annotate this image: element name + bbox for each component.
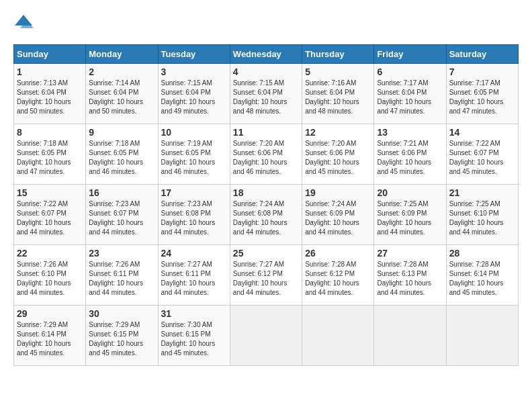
day-number: 29	[17, 308, 83, 319]
calendar-day-cell: 12Sunrise: 7:20 AM Sunset: 6:06 PM Dayli…	[302, 124, 374, 185]
calendar-day-cell	[374, 306, 446, 366]
logo	[13, 13, 36, 38]
calendar-day-cell: 28Sunrise: 7:28 AM Sunset: 6:14 PM Dayli…	[446, 245, 518, 306]
day-info: Sunrise: 7:18 AM Sunset: 6:05 PM Dayligh…	[17, 139, 83, 177]
calendar-day-cell: 19Sunrise: 7:24 AM Sunset: 6:09 PM Dayli…	[302, 185, 374, 245]
day-number: 8	[17, 127, 83, 138]
day-info: Sunrise: 7:22 AM Sunset: 6:07 PM Dayligh…	[17, 199, 83, 237]
day-info: Sunrise: 7:26 AM Sunset: 6:10 PM Dayligh…	[17, 260, 83, 298]
calendar-day-cell	[302, 306, 374, 366]
weekday-header-cell: Saturday	[446, 45, 518, 64]
day-info: Sunrise: 7:25 AM Sunset: 6:09 PM Dayligh…	[377, 199, 443, 237]
day-number: 22	[17, 248, 83, 259]
day-number: 30	[89, 308, 154, 319]
calendar-day-cell: 29Sunrise: 7:29 AM Sunset: 6:14 PM Dayli…	[14, 306, 86, 366]
day-info: Sunrise: 7:17 AM Sunset: 6:04 PM Dayligh…	[377, 79, 443, 116]
day-info: Sunrise: 7:23 AM Sunset: 6:08 PM Dayligh…	[161, 199, 227, 237]
weekday-header-cell: Sunday	[14, 45, 86, 64]
calendar-day-cell: 26Sunrise: 7:28 AM Sunset: 6:12 PM Dayli…	[302, 245, 374, 306]
calendar-day-cell: 17Sunrise: 7:23 AM Sunset: 6:08 PM Dayli…	[158, 185, 230, 245]
weekday-header-row: SundayMondayTuesdayWednesdayThursdayFrid…	[14, 45, 519, 64]
day-number: 6	[377, 66, 443, 77]
calendar-day-cell: 8Sunrise: 7:18 AM Sunset: 6:05 PM Daylig…	[14, 124, 86, 185]
day-info: Sunrise: 7:20 AM Sunset: 6:06 PM Dayligh…	[305, 139, 371, 177]
header	[13, 13, 519, 38]
weekday-header-cell: Tuesday	[158, 45, 230, 64]
calendar-week-row: 15Sunrise: 7:22 AM Sunset: 6:07 PM Dayli…	[14, 185, 519, 245]
calendar-day-cell: 30Sunrise: 7:29 AM Sunset: 6:15 PM Dayli…	[86, 306, 158, 366]
day-info: Sunrise: 7:19 AM Sunset: 6:05 PM Dayligh…	[161, 139, 227, 177]
calendar-day-cell: 7Sunrise: 7:17 AM Sunset: 6:05 PM Daylig…	[446, 64, 518, 124]
day-number: 27	[377, 248, 443, 259]
calendar-day-cell: 20Sunrise: 7:25 AM Sunset: 6:09 PM Dayli…	[374, 185, 446, 245]
calendar-day-cell: 16Sunrise: 7:23 AM Sunset: 6:07 PM Dayli…	[86, 185, 158, 245]
calendar-table: SundayMondayTuesdayWednesdayThursdayFrid…	[13, 44, 519, 366]
day-number: 26	[305, 248, 371, 259]
day-info: Sunrise: 7:21 AM Sunset: 6:06 PM Dayligh…	[377, 139, 443, 177]
day-number: 12	[305, 127, 371, 138]
calendar-day-cell: 11Sunrise: 7:20 AM Sunset: 6:06 PM Dayli…	[230, 124, 302, 185]
calendar-day-cell	[230, 306, 302, 366]
day-number: 15	[17, 187, 83, 198]
day-info: Sunrise: 7:13 AM Sunset: 6:04 PM Dayligh…	[17, 79, 83, 116]
day-number: 25	[233, 248, 299, 259]
calendar-day-cell: 15Sunrise: 7:22 AM Sunset: 6:07 PM Dayli…	[14, 185, 86, 245]
day-number: 31	[161, 308, 227, 319]
calendar-day-cell: 24Sunrise: 7:27 AM Sunset: 6:11 PM Dayli…	[158, 245, 230, 306]
calendar-day-cell: 23Sunrise: 7:26 AM Sunset: 6:11 PM Dayli…	[86, 245, 158, 306]
calendar-day-cell: 31Sunrise: 7:30 AM Sunset: 6:15 PM Dayli…	[158, 306, 230, 366]
calendar-day-cell: 27Sunrise: 7:28 AM Sunset: 6:13 PM Dayli…	[374, 245, 446, 306]
calendar-day-cell: 2Sunrise: 7:14 AM Sunset: 6:04 PM Daylig…	[86, 64, 158, 124]
weekday-header-cell: Wednesday	[230, 45, 302, 64]
day-number: 11	[233, 127, 299, 138]
day-info: Sunrise: 7:22 AM Sunset: 6:07 PM Dayligh…	[449, 139, 515, 177]
day-info: Sunrise: 7:24 AM Sunset: 6:08 PM Dayligh…	[233, 199, 299, 237]
day-info: Sunrise: 7:23 AM Sunset: 6:07 PM Dayligh…	[89, 199, 154, 237]
day-info: Sunrise: 7:14 AM Sunset: 6:04 PM Dayligh…	[89, 79, 154, 116]
day-number: 23	[89, 248, 154, 259]
calendar-day-cell: 4Sunrise: 7:15 AM Sunset: 6:04 PM Daylig…	[230, 64, 302, 124]
calendar-day-cell: 21Sunrise: 7:25 AM Sunset: 6:10 PM Dayli…	[446, 185, 518, 245]
day-info: Sunrise: 7:29 AM Sunset: 6:15 PM Dayligh…	[89, 320, 154, 358]
day-info: Sunrise: 7:18 AM Sunset: 6:05 PM Dayligh…	[89, 139, 154, 177]
weekday-header-cell: Friday	[374, 45, 446, 64]
day-info: Sunrise: 7:17 AM Sunset: 6:05 PM Dayligh…	[449, 79, 515, 116]
day-number: 10	[161, 127, 227, 138]
day-number: 7	[449, 66, 515, 77]
day-info: Sunrise: 7:16 AM Sunset: 6:04 PM Dayligh…	[305, 79, 371, 116]
day-number: 14	[449, 127, 515, 138]
calendar-week-row: 22Sunrise: 7:26 AM Sunset: 6:10 PM Dayli…	[14, 245, 519, 306]
day-info: Sunrise: 7:24 AM Sunset: 6:09 PM Dayligh…	[305, 199, 371, 237]
calendar-day-cell: 14Sunrise: 7:22 AM Sunset: 6:07 PM Dayli…	[446, 124, 518, 185]
calendar-week-row: 8Sunrise: 7:18 AM Sunset: 6:05 PM Daylig…	[14, 124, 519, 185]
day-number: 24	[161, 248, 227, 259]
calendar-day-cell: 6Sunrise: 7:17 AM Sunset: 6:04 PM Daylig…	[374, 64, 446, 124]
calendar-day-cell: 10Sunrise: 7:19 AM Sunset: 6:05 PM Dayli…	[158, 124, 230, 185]
day-number: 20	[377, 187, 443, 198]
day-info: Sunrise: 7:29 AM Sunset: 6:14 PM Dayligh…	[17, 320, 83, 358]
day-number: 1	[17, 66, 83, 77]
calendar-day-cell: 5Sunrise: 7:16 AM Sunset: 6:04 PM Daylig…	[302, 64, 374, 124]
day-number: 18	[233, 187, 299, 198]
calendar-day-cell: 18Sunrise: 7:24 AM Sunset: 6:08 PM Dayli…	[230, 185, 302, 245]
day-info: Sunrise: 7:26 AM Sunset: 6:11 PM Dayligh…	[89, 260, 154, 298]
day-number: 5	[305, 66, 371, 77]
day-number: 9	[89, 127, 154, 138]
calendar-body: 1Sunrise: 7:13 AM Sunset: 6:04 PM Daylig…	[14, 64, 519, 366]
day-info: Sunrise: 7:20 AM Sunset: 6:06 PM Dayligh…	[233, 139, 299, 177]
calendar-day-cell: 25Sunrise: 7:27 AM Sunset: 6:12 PM Dayli…	[230, 245, 302, 306]
calendar-day-cell: 3Sunrise: 7:15 AM Sunset: 6:04 PM Daylig…	[158, 64, 230, 124]
calendar-day-cell	[446, 306, 518, 366]
day-number: 2	[89, 66, 154, 77]
day-info: Sunrise: 7:27 AM Sunset: 6:11 PM Dayligh…	[161, 260, 227, 298]
day-number: 17	[161, 187, 227, 198]
day-number: 28	[449, 248, 515, 259]
day-info: Sunrise: 7:27 AM Sunset: 6:12 PM Dayligh…	[233, 260, 299, 298]
calendar-week-row: 1Sunrise: 7:13 AM Sunset: 6:04 PM Daylig…	[14, 64, 519, 124]
calendar-week-row: 29Sunrise: 7:29 AM Sunset: 6:14 PM Dayli…	[14, 306, 519, 366]
calendar-day-cell: 13Sunrise: 7:21 AM Sunset: 6:06 PM Dayli…	[374, 124, 446, 185]
day-number: 13	[377, 127, 443, 138]
day-info: Sunrise: 7:15 AM Sunset: 6:04 PM Dayligh…	[233, 79, 299, 116]
day-number: 4	[233, 66, 299, 77]
calendar-day-cell: 1Sunrise: 7:13 AM Sunset: 6:04 PM Daylig…	[14, 64, 86, 124]
